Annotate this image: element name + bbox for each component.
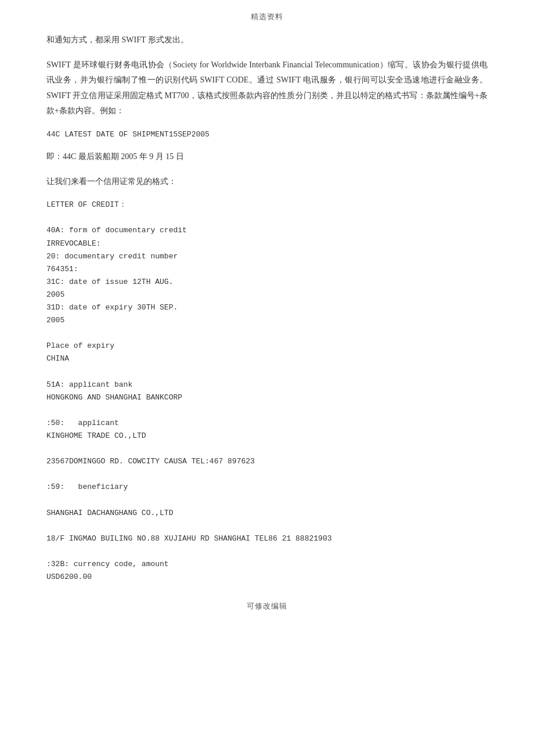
content-area: 和通知方式，都采用 SWIFT 形式发出。 SWIFT 是环球银行财务电讯协会（… [46, 33, 488, 584]
paragraph-2: SWIFT 是环球银行财务电讯协会（Society for Worldwide … [46, 57, 488, 119]
letter-of-credit-block: LETTER OF CREDIT： 40A: form of documenta… [46, 199, 488, 584]
bottom-label: 可修改编辑 [46, 601, 488, 611]
page-container: 精选资料 和通知方式，都采用 SWIFT 形式发出。 SWIFT 是环球银行财务… [0, 0, 534, 756]
paragraph-4: 让我们来看一个信用证常见的格式： [46, 174, 488, 190]
paragraph-1: 和通知方式，都采用 SWIFT 形式发出。 [46, 33, 488, 48]
paragraph-3: 即：44C 最后装船期 2005 年 9 月 15 日 [46, 149, 488, 165]
top-label: 精选资料 [46, 12, 488, 22]
monospace-example: 44C LATEST DATE OF SHIPMENT15SEP2005 [46, 128, 488, 141]
